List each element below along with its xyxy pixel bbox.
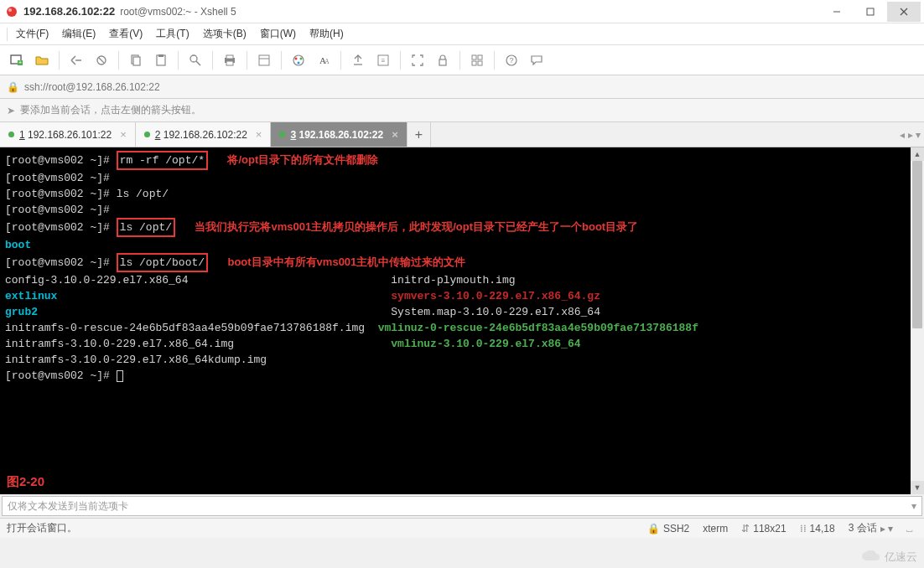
input-dropdown-icon[interactable]: ▾ <box>911 500 916 512</box>
tab-nav-arrows[interactable]: ◂ ▸ ▾ <box>900 122 921 147</box>
svg-point-1 <box>8 8 12 12</box>
svg-line-10 <box>99 58 104 63</box>
toolbar: + AA ≡ ? <box>0 45 924 75</box>
hint-text: 要添加当前会话，点击左侧的箭头按钮。 <box>20 103 201 117</box>
find-button[interactable] <box>184 49 207 72</box>
minimize-button[interactable] <box>820 2 854 22</box>
lock-button[interactable] <box>431 49 454 72</box>
tabstrip: 1 192.168.26.101:22 × 2 192.168.26.102:2… <box>0 122 924 147</box>
window-title: 192.168.26.102:22 <box>23 5 115 18</box>
print-button[interactable] <box>218 49 241 72</box>
svg-point-0 <box>7 7 17 17</box>
addressbar[interactable]: 🔒 ssh://root@192.168.26.102:22 <box>0 75 924 99</box>
figure-label: 图2-20 <box>7 473 44 489</box>
svg-point-15 <box>190 55 197 62</box>
app-icon <box>5 5 18 18</box>
menu-tab[interactable]: 选项卡(B) <box>196 23 253 44</box>
svg-text:A: A <box>324 58 330 65</box>
menu-tools[interactable]: 工具(T) <box>149 23 195 44</box>
hintbar: ➤ 要添加当前会话，点击左侧的箭头按钮。 <box>0 99 924 122</box>
tab-1[interactable]: 1 192.168.26.101:22 × <box>0 122 136 147</box>
script-button[interactable]: ≡ <box>371 49 395 72</box>
svg-rect-35 <box>478 61 482 65</box>
status-pos: 14,18 <box>810 523 835 534</box>
reconnect-button[interactable] <box>65 49 88 72</box>
svg-rect-14 <box>158 54 164 57</box>
titlebar: 192.168.26.102:22 root@vms002:~ - Xshell… <box>0 0 924 23</box>
svg-rect-31 <box>439 59 446 65</box>
menu-view[interactable]: 查看(V) <box>102 23 149 44</box>
svg-point-25 <box>298 61 300 64</box>
add-tab-button[interactable]: + <box>407 122 431 147</box>
svg-rect-19 <box>226 61 233 65</box>
menu-edit[interactable]: 编辑(E) <box>55 23 102 44</box>
open-session-button[interactable] <box>30 49 54 72</box>
address-url: ssh://root@192.168.26.102:22 <box>24 81 160 93</box>
input-placeholder: 仅将文本发送到当前选项卡 <box>8 499 128 514</box>
cap-icon: ⎵ <box>906 523 912 534</box>
tab-status-dot <box>144 132 150 137</box>
close-button[interactable] <box>887 2 921 22</box>
tab-3-active[interactable]: 3 192.168.26.102:22 × <box>271 122 407 147</box>
paste-button[interactable] <box>149 49 173 72</box>
status-message: 打开会话窗口。 <box>7 521 77 535</box>
status-ssh: SSH2 <box>663 523 689 534</box>
status-term: xterm <box>698 523 733 534</box>
svg-rect-33 <box>478 55 482 59</box>
send-input-bar[interactable]: 仅将文本发送到当前选项卡 ▾ <box>2 496 922 516</box>
svg-rect-32 <box>472 55 476 59</box>
svg-rect-20 <box>259 55 269 65</box>
properties-button[interactable] <box>252 49 276 72</box>
disconnect-button[interactable] <box>90 49 113 72</box>
fullscreen-button[interactable] <box>406 49 429 72</box>
layout-button[interactable] <box>465 49 489 72</box>
maximize-button[interactable] <box>854 2 887 22</box>
svg-text:?: ? <box>509 56 513 65</box>
watermark: 亿速云 <box>861 550 917 565</box>
hint-arrow-icon[interactable]: ➤ <box>7 105 15 116</box>
tab-2[interactable]: 2 192.168.26.102:22 × <box>136 122 272 147</box>
terminal-scrollbar[interactable]: ▲ ▼ <box>911 147 924 494</box>
color-button[interactable] <box>287 49 310 72</box>
terminal[interactable]: [root@vms002 ~]# rm -rf /opt/* 将/opt目录下的… <box>0 147 911 494</box>
help-button[interactable]: ? <box>500 49 523 72</box>
svg-rect-34 <box>472 61 476 65</box>
ssh-icon: 🔒 <box>647 523 660 534</box>
svg-point-23 <box>295 57 298 59</box>
svg-rect-3 <box>867 8 874 15</box>
size-icon: ⇵ <box>741 523 750 534</box>
sessions-dropdown-icon[interactable]: ▸ ▾ <box>880 523 893 534</box>
statusbar: 打开会话窗口。 🔒SSH2 xterm ⇵ 118x21 ⁞⁞ 14,18 3 … <box>0 518 924 538</box>
chat-button[interactable] <box>525 49 548 72</box>
status-sessions: 3 会话 <box>849 521 877 535</box>
tab-close-icon[interactable]: × <box>120 128 127 141</box>
scroll-up-button[interactable]: ▲ <box>911 147 924 161</box>
status-size: 118x21 <box>753 523 786 534</box>
svg-text:+: + <box>18 59 22 65</box>
terminal-area: [root@vms002 ~]# rm -rf /opt/* 将/opt目录下的… <box>0 147 924 494</box>
tab-close-icon[interactable]: × <box>392 128 398 141</box>
tab-status-dot <box>279 132 285 137</box>
svg-line-16 <box>196 61 200 65</box>
new-session-button[interactable]: + <box>5 49 29 72</box>
svg-point-24 <box>300 57 303 59</box>
font-button[interactable]: AA <box>312 49 335 72</box>
svg-rect-12 <box>133 57 140 65</box>
svg-rect-18 <box>226 55 233 59</box>
pos-icon: ⁞⁞ <box>800 523 807 534</box>
menubar: 文件(F) 编辑(E) 查看(V) 工具(T) 选项卡(B) 窗口(W) 帮助(… <box>0 23 924 45</box>
menu-file[interactable]: 文件(F) <box>9 23 55 44</box>
scroll-down-button[interactable]: ▼ <box>911 481 924 494</box>
transfer-button[interactable] <box>346 49 370 72</box>
tab-close-icon[interactable]: × <box>256 128 262 141</box>
menu-help[interactable]: 帮助(H) <box>303 23 350 44</box>
svg-text:≡: ≡ <box>382 57 386 65</box>
scroll-thumb[interactable] <box>912 161 922 328</box>
window-subtitle: root@vms002:~ - Xshell 5 <box>120 6 236 18</box>
menu-window[interactable]: 窗口(W) <box>253 23 303 44</box>
tab-status-dot <box>8 132 14 137</box>
lock-icon: 🔒 <box>7 81 19 93</box>
copy-button[interactable] <box>124 49 148 72</box>
